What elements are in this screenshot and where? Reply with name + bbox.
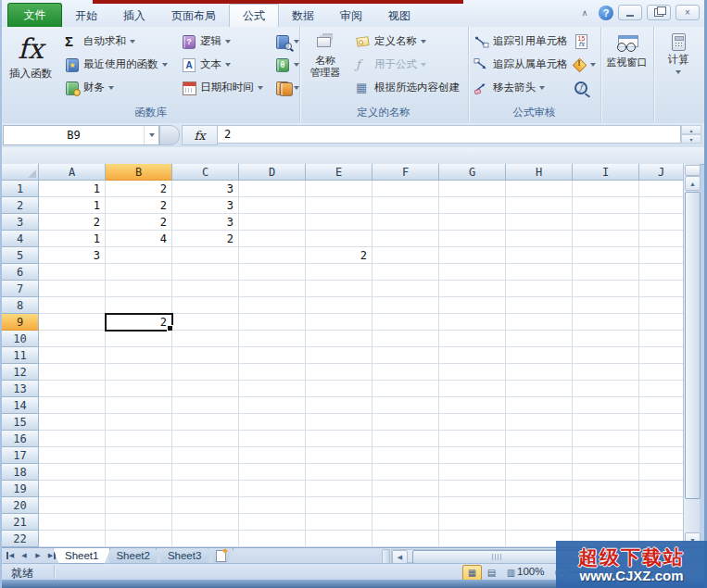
- cell-F12[interactable]: [372, 364, 439, 381]
- row-header-1[interactable]: 1: [2, 181, 39, 197]
- cell-B8[interactable]: [106, 297, 172, 314]
- row-header-4[interactable]: 4: [2, 231, 39, 247]
- cell-J6[interactable]: [639, 264, 683, 281]
- cell-B3[interactable]: 2: [106, 214, 172, 231]
- cell-D12[interactable]: [239, 364, 306, 381]
- formula-scroll-up-icon[interactable]: ▴: [681, 125, 701, 134]
- first-sheet-icon[interactable]: ◀: [4, 549, 17, 562]
- more-functions-button[interactable]: [271, 77, 303, 98]
- cell-G15[interactable]: [439, 414, 506, 431]
- cell-B17[interactable]: [106, 447, 172, 464]
- row-header-17[interactable]: 17: [2, 447, 39, 464]
- text-button[interactable]: A 文本: [178, 54, 234, 75]
- cell-I6[interactable]: [573, 264, 639, 281]
- tab-data[interactable]: 数据: [279, 5, 327, 27]
- recently-used-button[interactable]: ★ 最近使用的函数: [61, 54, 171, 75]
- cell-E1[interactable]: [306, 181, 372, 197]
- cell-D11[interactable]: [239, 347, 306, 364]
- sheet-tab-3[interactable]: Sheet3: [156, 548, 213, 564]
- cell-F5[interactable]: [372, 247, 439, 264]
- cell-A19[interactable]: [39, 481, 106, 497]
- cell-C16[interactable]: [172, 431, 239, 447]
- cell-F3[interactable]: [372, 214, 439, 231]
- cell-F19[interactable]: [372, 481, 439, 497]
- cell-A18[interactable]: [39, 464, 106, 481]
- row-header-14[interactable]: 14: [2, 397, 39, 414]
- cell-G6[interactable]: [439, 264, 506, 281]
- cell-G2[interactable]: [439, 197, 506, 214]
- cell-C20[interactable]: [172, 497, 239, 514]
- cell-A20[interactable]: [39, 497, 106, 514]
- cell-D14[interactable]: [239, 397, 306, 414]
- sheet-tab-1[interactable]: Sheet1: [53, 548, 110, 564]
- insert-worksheet-button[interactable]: [208, 548, 234, 564]
- cell-D16[interactable]: [239, 431, 306, 447]
- trace-dependents-button[interactable]: 追踪从属单元格: [470, 54, 572, 75]
- cell-I21[interactable]: [573, 514, 639, 531]
- cell-B19[interactable]: [106, 481, 172, 497]
- column-header-G[interactable]: G: [439, 164, 506, 181]
- cell-I15[interactable]: [573, 414, 639, 431]
- normal-view-button[interactable]: ▦: [462, 565, 482, 581]
- sheet-tab-2[interactable]: Sheet2: [104, 548, 161, 564]
- cell-D4[interactable]: [239, 231, 306, 247]
- cell-E10[interactable]: [306, 331, 372, 347]
- cell-H14[interactable]: [506, 397, 573, 414]
- cell-E11[interactable]: [306, 347, 372, 364]
- row-header-2[interactable]: 2: [2, 197, 39, 214]
- cell-H19[interactable]: [506, 481, 573, 497]
- zoom-level-label[interactable]: 100%: [517, 566, 544, 577]
- row-header-16[interactable]: 16: [2, 431, 39, 447]
- cell-B9[interactable]: 2: [106, 314, 172, 331]
- cell-A11[interactable]: [39, 347, 106, 364]
- cell-E19[interactable]: [306, 481, 372, 497]
- cell-D21[interactable]: [239, 514, 306, 531]
- cell-E5[interactable]: 2: [306, 247, 372, 264]
- cell-A9[interactable]: [39, 314, 106, 331]
- cell-A13[interactable]: [39, 381, 106, 397]
- cell-F17[interactable]: [372, 447, 439, 464]
- cell-B21[interactable]: [106, 514, 172, 531]
- tab-page-layout[interactable]: 页面布局: [158, 5, 229, 27]
- cell-B6[interactable]: [106, 264, 172, 281]
- cell-D2[interactable]: [239, 197, 306, 214]
- cell-J16[interactable]: [639, 431, 683, 447]
- cell-G1[interactable]: [439, 181, 506, 197]
- cell-F2[interactable]: [372, 197, 439, 214]
- cell-E21[interactable]: [306, 514, 372, 531]
- cell-J13[interactable]: [639, 381, 683, 397]
- cell-G4[interactable]: [439, 231, 506, 247]
- cell-C13[interactable]: [172, 381, 239, 397]
- cell-E2[interactable]: [306, 197, 372, 214]
- cell-B5[interactable]: [106, 247, 172, 264]
- cell-B2[interactable]: 2: [106, 197, 172, 214]
- row-header-3[interactable]: 3: [2, 214, 39, 231]
- cell-I2[interactable]: [573, 197, 639, 214]
- cell-G16[interactable]: [439, 431, 506, 447]
- cell-B16[interactable]: [106, 431, 172, 447]
- use-in-formula-button[interactable]: ƒ 用于公式: [352, 54, 430, 75]
- prev-sheet-icon[interactable]: ◀: [18, 549, 31, 562]
- cell-F1[interactable]: [372, 181, 439, 197]
- cell-F21[interactable]: [372, 514, 439, 531]
- cell-A10[interactable]: [39, 331, 106, 347]
- cell-E4[interactable]: [306, 231, 372, 247]
- cell-G13[interactable]: [439, 381, 506, 397]
- row-header-19[interactable]: 19: [2, 481, 39, 497]
- cell-F9[interactable]: [372, 314, 439, 331]
- cell-J5[interactable]: [639, 247, 683, 264]
- minimize-button[interactable]: [618, 5, 642, 20]
- cell-E15[interactable]: [306, 414, 372, 431]
- cell-F6[interactable]: [372, 264, 439, 281]
- cell-J19[interactable]: [639, 481, 683, 497]
- cell-D10[interactable]: [239, 331, 306, 347]
- cell-G19[interactable]: [439, 481, 506, 497]
- cell-I5[interactable]: [573, 247, 639, 264]
- cell-H2[interactable]: [506, 197, 573, 214]
- cell-D13[interactable]: [239, 381, 306, 397]
- row-header-13[interactable]: 13: [2, 381, 39, 397]
- formula-input[interactable]: 2: [217, 125, 681, 144]
- cell-I8[interactable]: [573, 297, 639, 314]
- cell-C14[interactable]: [172, 397, 239, 414]
- cell-A22[interactable]: [39, 531, 106, 547]
